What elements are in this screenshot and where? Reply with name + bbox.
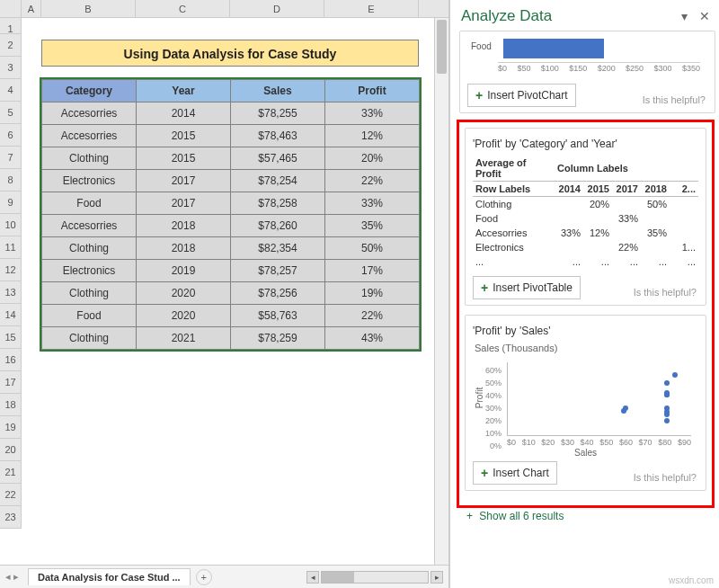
cell[interactable]: 50%: [325, 237, 420, 260]
row-head[interactable]: 10: [0, 214, 21, 236]
vertical-scrollbar[interactable]: [434, 18, 448, 565]
cell[interactable]: Clothing: [42, 237, 137, 260]
cell[interactable]: $78,258: [231, 192, 325, 215]
cell[interactable]: $78,260: [231, 215, 325, 237]
table-row[interactable]: Clothing2021$78,25943%: [42, 327, 420, 350]
row-head[interactable]: 8: [0, 169, 21, 192]
cell[interactable]: 2018: [137, 215, 231, 237]
row-head[interactable]: 21: [0, 461, 21, 484]
cell[interactable]: 2015: [137, 147, 231, 170]
cell[interactable]: $78,463: [231, 125, 325, 147]
hdr-sales[interactable]: Sales: [231, 80, 325, 102]
cell[interactable]: 22%: [325, 170, 420, 192]
table-row[interactable]: Clothing2015$57,46520%: [42, 147, 420, 170]
cell[interactable]: 19%: [325, 282, 420, 305]
col-head-c[interactable]: C: [136, 0, 230, 17]
cell[interactable]: 2015: [137, 125, 231, 147]
helpful-link[interactable]: Is this helpful?: [643, 94, 706, 105]
row-head[interactable]: 4: [0, 79, 21, 102]
col-head-e[interactable]: E: [324, 0, 419, 17]
cell[interactable]: 33%: [325, 102, 420, 125]
table-row[interactable]: Electronics2017$78,25422%: [42, 170, 420, 192]
hdr-year[interactable]: Year: [137, 80, 231, 102]
cell[interactable]: Electronics: [42, 170, 137, 192]
cell[interactable]: Electronics: [42, 260, 137, 282]
cell[interactable]: Clothing: [42, 282, 137, 305]
scrollbar-thumb[interactable]: [437, 20, 447, 74]
cell[interactable]: 35%: [325, 215, 420, 237]
cell[interactable]: Food: [42, 192, 137, 215]
cell[interactable]: 2019: [137, 260, 231, 282]
col-head-a[interactable]: A: [22, 0, 41, 17]
add-sheet-button[interactable]: +: [196, 569, 212, 585]
cell[interactable]: $78,255: [231, 102, 325, 125]
select-all-corner[interactable]: [0, 0, 22, 17]
table-row[interactable]: Accesorries2014$78,25533%: [42, 102, 420, 125]
row-head[interactable]: 20: [0, 439, 21, 461]
hdr-profit[interactable]: Profit: [325, 80, 420, 102]
table-row[interactable]: Accesorries2018$78,26035%: [42, 215, 420, 237]
pane-options-icon[interactable]: ▾: [681, 9, 688, 23]
table-row[interactable]: Clothing2018$82,35450%: [42, 237, 420, 260]
row-head[interactable]: 18: [0, 394, 21, 416]
cell[interactable]: $78,259: [231, 327, 325, 350]
insert-chart-button[interactable]: + Insert Chart: [473, 461, 557, 485]
cell[interactable]: 43%: [325, 327, 420, 350]
cell[interactable]: 2017: [137, 170, 231, 192]
cell[interactable]: Clothing: [42, 327, 137, 350]
cell[interactable]: $78,254: [231, 170, 325, 192]
cell[interactable]: $82,354: [231, 237, 325, 260]
table-row[interactable]: Clothing2020$78,25619%: [42, 282, 420, 305]
col-head-d[interactable]: D: [230, 0, 324, 17]
sheet-tab[interactable]: Data Analysis for Case Stud ...: [28, 568, 191, 585]
cell[interactable]: $78,256: [231, 282, 325, 305]
table-row[interactable]: Electronics2019$78,25717%: [42, 260, 420, 282]
cell[interactable]: $57,465: [231, 147, 325, 170]
cell[interactable]: Clothing: [42, 147, 137, 170]
cell[interactable]: 2021: [137, 327, 231, 350]
cell[interactable]: Accesorries: [42, 102, 137, 125]
cell[interactable]: 2014: [137, 102, 231, 125]
hscroll-thumb[interactable]: [322, 572, 354, 583]
row-head[interactable]: 23: [0, 506, 21, 529]
table-row[interactable]: Accesorries2015$78,46312%: [42, 125, 420, 147]
grid[interactable]: A B C D E 123456789101112131415161718192…: [0, 0, 448, 565]
insert-pivotchart-button[interactable]: + Insert PivotChart: [467, 84, 576, 107]
row-head[interactable]: 17: [0, 371, 21, 394]
table-row[interactable]: Food2017$78,25833%: [42, 192, 420, 215]
row-head[interactable]: 6: [0, 124, 21, 147]
hdr-category[interactable]: Category: [42, 80, 137, 102]
row-head[interactable]: 12: [0, 259, 21, 281]
row-head[interactable]: 7: [0, 147, 21, 169]
cell[interactable]: 20%: [325, 147, 420, 170]
row-head[interactable]: 11: [0, 236, 21, 259]
row-head[interactable]: 19: [0, 416, 21, 439]
cell[interactable]: 2020: [137, 282, 231, 305]
table-row[interactable]: Food2020$58,76322%: [42, 305, 420, 327]
cell[interactable]: Food: [42, 305, 137, 327]
cell[interactable]: 17%: [325, 260, 420, 282]
row-head[interactable]: 15: [0, 326, 21, 349]
helpful-link[interactable]: Is this helpful?: [634, 287, 697, 298]
cell[interactable]: $78,257: [231, 260, 325, 282]
cell[interactable]: Accesorries: [42, 215, 137, 237]
cell[interactable]: $58,763: [231, 305, 325, 327]
insert-pivottable-button[interactable]: + Insert PivotTable: [473, 276, 581, 299]
cell[interactable]: 22%: [325, 305, 420, 327]
row-head[interactable]: 2: [0, 34, 21, 57]
row-head[interactable]: 3: [0, 57, 21, 79]
cell[interactable]: 2017: [137, 192, 231, 215]
title-merged-cell[interactable]: Using Data Analysis for Case Study: [41, 40, 419, 67]
tab-nav-arrows[interactable]: ◂ ▸: [0, 571, 24, 583]
cell[interactable]: 33%: [325, 192, 420, 215]
row-head[interactable]: 14: [0, 304, 21, 326]
pane-close-icon[interactable]: ✕: [699, 9, 710, 23]
hscroll-left[interactable]: ◂: [306, 571, 319, 584]
helpful-link[interactable]: Is this helpful?: [634, 472, 697, 483]
cell[interactable]: 2018: [137, 237, 231, 260]
horizontal-scrollbar[interactable]: ◂ ▸: [212, 571, 448, 584]
row-head[interactable]: 9: [0, 192, 21, 214]
row-head[interactable]: 13: [0, 281, 21, 304]
col-head-b[interactable]: B: [41, 0, 136, 17]
cell[interactable]: 12%: [325, 125, 420, 147]
